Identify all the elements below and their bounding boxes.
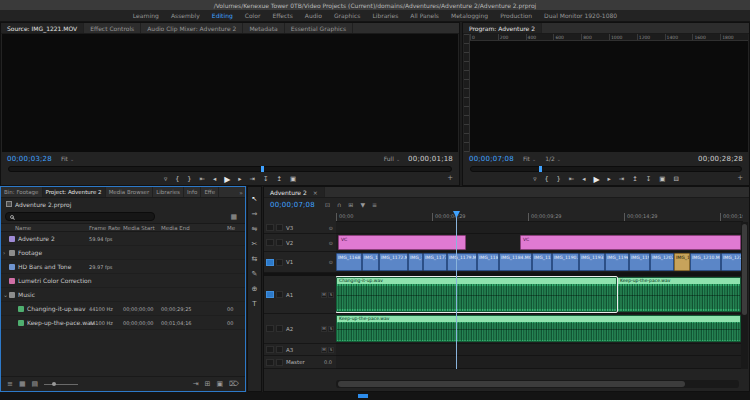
- tab-essential-graphics[interactable]: Essential Graphics: [285, 23, 353, 33]
- snap-icon[interactable]: ∩: [337, 201, 341, 208]
- column-header-frame-rate[interactable]: Frame Rate: [89, 225, 121, 231]
- program-resolution-select[interactable]: 1/2⌄: [545, 155, 561, 162]
- linked-selection-icon[interactable]: ⊞: [348, 201, 353, 208]
- workspace-tab-metalogging[interactable]: Metalogging: [451, 12, 488, 19]
- track-output-eye-icon[interactable]: ⊙: [329, 240, 333, 246]
- source-viewer[interactable]: [2, 34, 458, 152]
- clip-img-1184-mov[interactable]: IMG_1184.MOV: [499, 253, 532, 271]
- source-scrub-bar[interactable]: [8, 166, 452, 172]
- tab-media-browser[interactable]: Media Browser: [106, 187, 154, 197]
- project-row-keep-up-the-pace-wav[interactable]: Keep-up-the-pace.wav44100 Hz00;00;00;000…: [1, 316, 245, 330]
- clip-img-1190-mov[interactable]: IMG_1190.MOV: [552, 253, 579, 271]
- program-viewer[interactable]: 020040060080010001200140016001800: [464, 34, 748, 152]
- track-target-master[interactable]: [276, 359, 283, 366]
- pen-tool[interactable]: ✎: [252, 270, 258, 278]
- hand-tool[interactable]: ⊕: [252, 285, 258, 293]
- project-row-changing-it-up-wav[interactable]: Changing-it-up.wav44100 Hz00;00;00;0000;…: [1, 302, 245, 316]
- nest-icon[interactable]: ⊡: [325, 201, 330, 208]
- timeline-playhead-line[interactable]: [456, 211, 457, 369]
- timeline-tab[interactable]: Adventure 2 ×: [264, 187, 325, 197]
- source-patch-a1[interactable]: [266, 291, 274, 298]
- source-zoom-select[interactable]: Fit⌄: [61, 155, 74, 162]
- clip-img-1199-mov[interactable]: IMG_1199.MOV: [629, 253, 650, 271]
- track-target-a2[interactable]: [276, 325, 283, 332]
- track-target-v2[interactable]: [276, 239, 283, 246]
- new-item-icon[interactable]: ▣: [216, 380, 223, 388]
- clip-img-1168-mov[interactable]: IMG_1168.MOV: [336, 253, 362, 271]
- workspace-tab-effects[interactable]: Effects: [272, 12, 292, 19]
- close-tab-icon[interactable]: ×: [313, 189, 318, 196]
- track-output-eye-icon[interactable]: ⊙: [329, 259, 333, 265]
- go-to-in-icon[interactable]: ⇤: [199, 175, 204, 183]
- clip-img-1210-mov[interactable]: IMG_1210.MOV: [690, 253, 721, 271]
- extract-icon[interactable]: ↧: [646, 175, 651, 183]
- disclosure-icon[interactable]: ›: [3, 249, 5, 256]
- program-zoom-select[interactable]: Fit⌄: [523, 155, 536, 162]
- track-header-master[interactable]: Master0.0: [264, 356, 336, 369]
- tab-project-adventure-2[interactable]: Project: Adventure 2: [43, 187, 106, 197]
- workspace-tab-libraries[interactable]: Libraries: [372, 12, 398, 19]
- column-header-media-start[interactable]: Media Start: [123, 225, 155, 231]
- solo-button[interactable]: S: [328, 347, 334, 353]
- tab-audio-clip-mixer-adventure-2[interactable]: Audio Clip Mixer: Adventure 2: [141, 23, 243, 33]
- delete-icon[interactable]: ⌦: [229, 380, 239, 388]
- audio-clip-keep-up-the-pace-wav[interactable]: Keep-up-the-pace.wav: [336, 315, 741, 342]
- track-content-a2[interactable]: Keep-up-the-pace.wav: [336, 314, 741, 344]
- tab-effect-controls[interactable]: Effect Controls: [84, 23, 141, 33]
- clip-img-1181-mov[interactable]: IMG_1181.MOV: [477, 253, 499, 271]
- go-to-out-icon[interactable]: ⇥: [619, 175, 624, 183]
- clip-img-1196-mov[interactable]: IMG_1196.MOV: [605, 253, 629, 271]
- workspace-tab-color[interactable]: Color: [245, 12, 261, 19]
- track-target-v3[interactable]: [276, 224, 283, 231]
- play-icon[interactable]: ▶: [224, 175, 230, 184]
- clip-img-1177-mov[interactable]: IMG_1177.MOV: [423, 253, 447, 271]
- razor-tool[interactable]: ✂: [252, 240, 258, 248]
- clip-img-1202-mov[interactable]: IMG_1202.MOV: [650, 253, 674, 271]
- workspace-tab-all-panels[interactable]: All Panels: [410, 12, 439, 19]
- audio-clip-keep-up-the-pace-wav[interactable]: Keep-up-the-pace.wav: [617, 277, 741, 312]
- export-frame-icon[interactable]: ▣: [290, 175, 296, 183]
- track-header-v2[interactable]: V2⊙: [264, 234, 336, 252]
- mark-in-icon[interactable]: {: [175, 175, 179, 183]
- track-target-a1[interactable]: [276, 291, 283, 298]
- source-resolution-select[interactable]: Full⌄: [384, 155, 400, 162]
- track-content-v1[interactable]: IMG_1168.MOVIMG_1169.MOVIMG_1172.MOVIMG_…: [336, 252, 741, 273]
- project-row-footage[interactable]: ›Footage: [1, 246, 245, 260]
- workspace-tab-assembly[interactable]: Assembly: [171, 12, 200, 19]
- track-content-a3[interactable]: [336, 344, 741, 356]
- project-row-lumetri-color-correction[interactable]: Lumetri Color Correction: [1, 274, 245, 288]
- audio-clip-changing-it-up-wav[interactable]: Changing-it-up.wav: [336, 277, 617, 312]
- disclosure-icon[interactable]: ⌄: [3, 291, 8, 298]
- timeline-ruler[interactable]: 00;0000;00;04;2900;00;09;2900;00;14;2900…: [336, 211, 743, 222]
- step-back-icon[interactable]: ◂: [213, 175, 216, 183]
- clip-img-1174-mov[interactable]: IMG_1174.MOV: [408, 253, 423, 271]
- tab-effe[interactable]: Effe: [201, 187, 219, 197]
- mark-out-icon[interactable]: }: [557, 175, 561, 183]
- solo-button[interactable]: S: [328, 292, 334, 298]
- type-tool[interactable]: T: [252, 300, 256, 308]
- track-content-master[interactable]: [336, 356, 741, 369]
- source-button-editor[interactable]: +: [447, 174, 453, 182]
- tab-metadata[interactable]: Metadata: [243, 23, 284, 33]
- source-patch-v1[interactable]: [266, 259, 274, 266]
- workspace-tab-audio[interactable]: Audio: [305, 12, 322, 19]
- panel-tab-overflow-icon[interactable]: »: [239, 189, 243, 196]
- source-patch-v2[interactable]: [266, 239, 274, 246]
- search-input[interactable]: [5, 212, 155, 221]
- mark-out-icon[interactable]: }: [187, 175, 191, 183]
- step-forward-icon[interactable]: ▸: [238, 175, 241, 183]
- project-row-hd-bars-and-tone[interactable]: HD Bars and Tone29.97 fps: [1, 260, 245, 274]
- program-scrub-bar[interactable]: [470, 166, 742, 172]
- clip-img-1221-mov[interactable]: IMG_1221.MOV: [721, 253, 741, 271]
- source-patch-master[interactable]: [266, 359, 274, 366]
- new-bin-icon[interactable]: ⊞: [205, 380, 211, 388]
- track-header-a2[interactable]: A2MS: [264, 314, 336, 344]
- go-to-in-icon[interactable]: ⇤: [569, 175, 574, 183]
- timeline-settings-icon[interactable]: ≡: [372, 201, 377, 208]
- program-button-editor[interactable]: +: [737, 174, 743, 182]
- track-target-v1[interactable]: [276, 259, 283, 266]
- column-header-me[interactable]: Me: [227, 225, 235, 231]
- track-output-eye-icon[interactable]: ⊙: [329, 225, 333, 231]
- track-header-v3[interactable]: V3⊙: [264, 222, 336, 234]
- track-select-forward-tool[interactable]: ⇒: [252, 210, 258, 218]
